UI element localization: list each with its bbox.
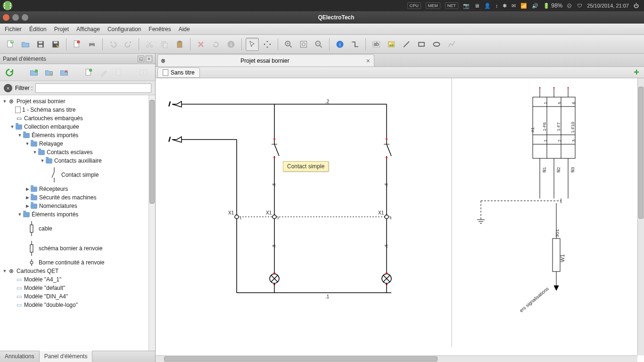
svg-rect-11 xyxy=(91,41,94,43)
zoom-out-button[interactable] xyxy=(312,38,325,51)
tree-item-din-a4[interactable]: ▭Modèle "DIN_A4" xyxy=(0,292,155,301)
new-file-button[interactable]: + xyxy=(4,38,17,51)
panel-close-button[interactable]: × xyxy=(146,56,152,62)
tree-item-contacts-aux[interactable]: ▼Contacts auxilliaire xyxy=(0,156,155,165)
rotate-button[interactable] xyxy=(209,38,223,51)
document-tab[interactable]: ⊗ Projet essai bornier × xyxy=(157,54,374,66)
camera-icon[interactable]: 📷 xyxy=(463,3,470,9)
mint-menu-icon[interactable]: ⋮⋮ xyxy=(3,1,12,10)
menu-config[interactable]: Configuration xyxy=(107,26,141,33)
canvas-vscrollbar[interactable] xyxy=(637,78,644,355)
open-button[interactable] xyxy=(19,38,32,51)
tree-item-project[interactable]: ▼⊗Projet essai bornier xyxy=(0,97,155,106)
cpu-indicator[interactable]: CPU xyxy=(407,2,421,9)
tree-item-contacts-esclaves[interactable]: ▼Contacts esclaves xyxy=(0,148,155,156)
properties-button[interactable]: i xyxy=(333,38,347,51)
bluetooth-icon[interactable]: ✱ xyxy=(503,3,507,9)
zoom-fit-button[interactable] xyxy=(297,38,310,51)
panel-new-element-button[interactable] xyxy=(83,67,94,78)
tree-item-borne-continuite[interactable]: Borne continuité à renvoie xyxy=(0,258,155,267)
tree-item-a4-1[interactable]: ▭Modèle "A4_1" xyxy=(0,275,155,284)
menu-windows[interactable]: Fenêtres xyxy=(149,26,171,33)
menu-display[interactable]: Affichage xyxy=(76,26,100,33)
cut-button[interactable] xyxy=(143,38,156,51)
clock-text[interactable]: 25/10/2014, 21:07 xyxy=(587,3,629,8)
menu-project[interactable]: Projet xyxy=(54,26,69,33)
panel-delete-folder-button[interactable] xyxy=(58,67,70,78)
filter-clear-button[interactable]: × xyxy=(4,84,12,92)
tree-item-recepteurs[interactable]: ▶Récepteurs xyxy=(0,185,155,193)
copy-button[interactable] xyxy=(158,38,171,51)
panel-new-folder-button[interactable] xyxy=(28,67,40,78)
shield-icon[interactable]: 🛡 xyxy=(577,3,582,8)
menu-edit[interactable]: Édition xyxy=(29,26,47,33)
canvas-viewport[interactable]: / / xyxy=(156,78,644,362)
canvas-hscrollbar[interactable] xyxy=(156,355,637,362)
tree-item-cartouches-qet[interactable]: ▼⊗Cartouches QET xyxy=(0,267,155,275)
zoom-in-button[interactable] xyxy=(282,38,295,51)
image-button[interactable] xyxy=(385,38,398,51)
tree-item-elements-imp[interactable]: ▼Éléments importés xyxy=(0,131,155,140)
menu-help[interactable]: Aide xyxy=(179,26,190,33)
sheet-tab[interactable]: Sans titre xyxy=(157,67,200,78)
filter-input[interactable] xyxy=(35,83,151,93)
tree-item-contact-simple[interactable]: Contact simple xyxy=(0,165,155,185)
tree-scrollbar[interactable] xyxy=(149,95,155,351)
print-button[interactable] xyxy=(85,38,99,51)
move-tool-button[interactable] xyxy=(261,38,274,51)
updown-icon[interactable]: ↕ xyxy=(495,3,498,8)
panel-delete-element-button[interactable] xyxy=(113,67,124,78)
line-button[interactable] xyxy=(400,38,413,51)
add-sheet-button[interactable]: + xyxy=(632,68,641,77)
tree-item-cartouches-emb[interactable]: ▭Cartouches embarqués xyxy=(0,114,155,123)
panel-edit-folder-button[interactable] xyxy=(43,67,55,78)
net-indicator[interactable]: NET xyxy=(445,2,458,9)
menu-file[interactable]: Fichier xyxy=(5,26,22,33)
save-as-button[interactable] xyxy=(49,38,62,51)
wifi-icon[interactable]: 📶 xyxy=(520,3,527,9)
polyline-button[interactable] xyxy=(445,38,458,51)
delete-button[interactable] xyxy=(194,38,207,51)
panel-reload-button[interactable] xyxy=(4,67,15,78)
elements-tree[interactable]: ▼⊗Projet essai bornier 1 - Schéma sans t… xyxy=(0,95,155,351)
tree-item-nomenclatures[interactable]: ▶Nomenclatures xyxy=(0,202,155,210)
ellipse-button[interactable] xyxy=(430,38,443,51)
window-close-button[interactable] xyxy=(3,14,9,21)
paste-button[interactable] xyxy=(173,38,186,51)
mem-indicator[interactable]: MEM xyxy=(426,2,440,9)
shutdown-icon[interactable]: ⏻ xyxy=(634,3,639,8)
tree-item-relayage[interactable]: ▼Relayage xyxy=(0,140,155,148)
window-minimize-button[interactable] xyxy=(12,14,19,21)
tree-item-double-logo[interactable]: ▭Modèle "double-logo" xyxy=(0,301,155,309)
panel-undock-button[interactable]: ◱ xyxy=(138,56,144,62)
save-button[interactable] xyxy=(34,38,47,51)
tab-undo[interactable]: Annulations xyxy=(0,351,40,362)
text-button[interactable]: ab xyxy=(370,38,383,51)
tree-item-schema-bornier[interactable]: schéma bornier à renvoie xyxy=(0,239,155,258)
tree-item-collection-emb[interactable]: ▼Collection embarquée xyxy=(0,123,155,131)
tree-item-cable[interactable]: cable xyxy=(0,219,155,239)
close-icon[interactable]: × xyxy=(366,57,370,65)
block-icon[interactable]: ⛒ xyxy=(567,3,572,8)
panel-import-button[interactable] xyxy=(138,67,149,78)
display-icon[interactable]: 🖥 xyxy=(474,3,479,8)
rect-button[interactable] xyxy=(415,38,428,51)
mail-icon[interactable]: ✉ xyxy=(512,3,516,9)
info-button[interactable]: i xyxy=(224,38,238,51)
undo-button[interactable] xyxy=(107,38,120,51)
window-maximize-button[interactable] xyxy=(22,14,28,21)
volume-icon[interactable]: 🔊 xyxy=(532,3,538,9)
tree-item-default[interactable]: ▭Modèle "default" xyxy=(0,284,155,292)
tree-item-schema[interactable]: 1 - Schéma sans titre xyxy=(0,106,155,114)
tree-item-elements-imp2[interactable]: ▼Éléments importés xyxy=(0,210,155,219)
conductor-button[interactable] xyxy=(348,38,362,51)
close-doc-button[interactable] xyxy=(70,38,83,51)
pointer-tool-button[interactable] xyxy=(246,38,259,51)
redo-button[interactable] xyxy=(122,38,135,51)
tab-elements-panel[interactable]: Panel d'éléments xyxy=(40,351,93,362)
user-icon[interactable]: 👤 xyxy=(484,3,491,9)
panel-edit-element-button[interactable] xyxy=(98,67,109,78)
svg-point-9 xyxy=(77,40,80,43)
tree-item-securite[interactable]: ▶Sécurité des machines xyxy=(0,193,155,202)
battery-icon[interactable]: 🔋98% xyxy=(543,2,562,9)
